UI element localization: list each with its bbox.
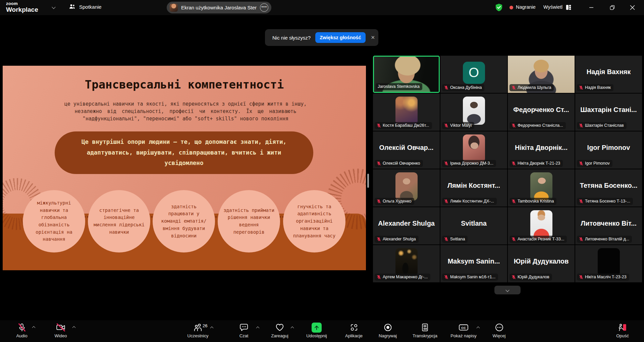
participant-tile[interactable]: Лямін Костянт...Лямін Костянтин ДХ-...: [440, 169, 507, 207]
more-button[interactable]: Więcej: [482, 322, 516, 338]
participant-name-pill: Федорченко Станісла...: [509, 122, 566, 129]
record-icon: [383, 323, 392, 332]
share-screen-label: Udostępnij: [306, 333, 327, 338]
apps-icon: [350, 323, 359, 332]
participant-name: Ірина Дорожко ДМ-3...: [450, 161, 493, 166]
participant-tile[interactable]: Олексій Овчар...Олексій Овчаренко: [373, 131, 440, 169]
participant-avatar: [463, 97, 485, 125]
participant-name: Артем Макаренко Дг-...: [383, 275, 428, 279]
grid-collapse-button[interactable]: [494, 286, 521, 294]
participant-name-pill: Alexander Shulga: [375, 236, 419, 243]
participant-name: Нікіта Масліч Т-23-23: [585, 275, 627, 279]
participant-tile[interactable]: Ольга Худенко: [373, 169, 440, 207]
muted-mic-icon: [512, 275, 516, 279]
muted-mic-icon: [512, 161, 516, 166]
muted-mic-icon: [512, 123, 516, 128]
participant-name: Оксана Дубініна: [450, 85, 482, 90]
record-button[interactable]: Nagrywaj: [371, 322, 405, 338]
panel-resize-handle[interactable]: [367, 174, 369, 188]
banner-close-icon[interactable]: ✕: [371, 35, 375, 41]
participant-tile[interactable]: Нікіта Масліч Т-23-23: [575, 245, 642, 282]
slide-subtitle: це універсальні навички та якості, які п…: [62, 101, 309, 122]
chevron-down-icon[interactable]: [52, 5, 55, 9]
window-close-button[interactable]: [627, 2, 638, 12]
participant-big-name: Юрій Дудукалов: [512, 258, 571, 265]
participant-name: Maksym Sanin м16-т1...: [450, 275, 495, 279]
chevron-up-icon[interactable]: [477, 327, 480, 330]
participant-tile[interactable]: Людмила Шульга: [508, 56, 575, 93]
participant-big-name: Нікіта Дворнік...: [513, 144, 570, 152]
video-label: Wideo: [55, 333, 67, 338]
window-restore-button[interactable]: [606, 2, 618, 12]
participant-big-name: Литовченко Віт...: [579, 220, 639, 227]
chevron-up-icon[interactable]: [72, 326, 76, 330]
participant-tile[interactable]: Анастасія Резник Т-33...: [508, 207, 575, 244]
audio-button[interactable]: Audio: [5, 322, 39, 338]
participant-tile[interactable]: Igor PimonovIgor Pimonov: [575, 131, 642, 169]
participant-tile[interactable]: Литовченко Віт...Литовченко Віталій д...: [575, 207, 642, 244]
participant-tile[interactable]: SvitlanaSvitlana: [440, 207, 507, 244]
participant-name: Костя Барабаш Дм26т...: [383, 123, 429, 128]
zoom-workplace-logo: zoom Workplace: [6, 1, 38, 13]
participant-tile[interactable]: Ірина Дорожко ДМ-3...: [440, 131, 507, 169]
participant-tile[interactable]: OОксана Дубініна: [440, 56, 507, 93]
participant-tile[interactable]: Шахтарін Стані...Шахтарін Станіслав: [575, 94, 642, 131]
leave-button[interactable]: Opuść: [606, 322, 639, 338]
participant-tile[interactable]: Костя Барабаш Дм26т...: [373, 94, 440, 131]
participant-tile[interactable]: Alexander ShulgaAlexander Shulga: [373, 207, 440, 244]
participant-name-pill: Людмила Шульга: [509, 84, 554, 91]
participant-name: Ольга Худенко: [383, 199, 412, 204]
captions-button[interactable]: CC Pokaż napisy: [447, 322, 480, 338]
audio-label: Audio: [16, 333, 27, 338]
muted-mic-icon: [444, 86, 448, 90]
leave-label: Opuść: [616, 333, 629, 338]
participants-button[interactable]: 26 Uczestnicy: [178, 322, 218, 338]
tab-meeting[interactable]: Spotkanie: [69, 4, 102, 10]
participant-name-pill: Maksym Sanin м16-т1...: [442, 274, 498, 281]
slide-subtitle-line: це універсальні навички та якості, які п…: [62, 101, 309, 108]
chevron-up-icon[interactable]: [291, 327, 294, 330]
participant-big-name: Федорченко Ст...: [511, 106, 571, 114]
participant-name-pill: Ірина Дорожко ДМ-3...: [442, 160, 496, 167]
participant-tile[interactable]: Артем Макаренко Дг-...: [373, 245, 440, 282]
video-button[interactable]: Wideo: [44, 322, 77, 338]
participant-tile[interactable]: Нікіта Дворнік...Нікіта Дворнік Т-21-23: [508, 131, 575, 169]
tab-shared-screen-label: Ekran użytkownika Jaroslava Ster: [181, 5, 257, 10]
participant-tile[interactable]: Viktor Malyi: [440, 94, 507, 131]
participant-tile[interactable]: Maksym Sanin...Maksym Sanin м16-т1...: [440, 245, 507, 282]
react-button[interactable]: Zareaguj: [263, 322, 297, 338]
view-layout-icon[interactable]: [566, 4, 572, 10]
chevron-up-icon[interactable]: [32, 326, 36, 330]
transcription-button[interactable]: Transkrypcja: [408, 322, 442, 338]
chevron-up-icon[interactable]: [256, 327, 260, 330]
record-label: Nagrywaj: [379, 333, 397, 338]
participant-name-pill: Igor Pimonov: [577, 160, 612, 167]
muted-mic-icon: [579, 86, 583, 90]
slide-bubble: міжкультурні навички та глобальна обізна…: [23, 190, 85, 252]
participant-name-pill: Артем Макаренко Дг-...: [375, 274, 430, 281]
participant-name-pill: Нікіта Дворнік Т-21-23: [509, 160, 563, 167]
chevron-up-icon[interactable]: [210, 327, 214, 330]
participant-tile[interactable]: Федорченко Ст...Федорченко Станісла...: [508, 94, 575, 131]
security-shield-icon[interactable]: [495, 3, 503, 12]
transcription-label: Transkrypcja: [413, 333, 437, 338]
increase-volume-button[interactable]: Zwiększ głośność: [315, 32, 365, 43]
participant-tile[interactable]: Юрій ДудукаловЮрій Дудукалов: [508, 245, 575, 282]
participant-tile[interactable]: Tambovska Kristina: [508, 169, 575, 207]
view-button-label[interactable]: Wyświetl: [543, 4, 562, 10]
apps-button[interactable]: Aplikacje: [337, 322, 371, 338]
participants-icon: [194, 323, 203, 332]
share-screen-button[interactable]: Udostępnij: [300, 322, 333, 338]
window-minimize-button[interactable]: [586, 2, 597, 12]
mic-muted-icon: [17, 323, 26, 332]
muted-mic-icon: [444, 237, 448, 241]
participant-name: Анастасія Резник Т-33...: [518, 237, 564, 241]
participant-tile[interactable]: Тетяна Босенко...Тетяна Босенко Т-13-...: [575, 169, 642, 207]
participant-tile[interactable]: Надія ВахнякНадія Вахняк: [575, 56, 642, 93]
participant-tile[interactable]: Jaroslava Stemkovska: [373, 56, 440, 93]
participant-big-name: Шахтарін Стані...: [578, 106, 639, 114]
tab-shared-screen[interactable]: Ekran użytkownika Jaroslava Ster •••: [167, 2, 271, 13]
chat-button[interactable]: Czat: [227, 322, 261, 338]
tab-options-ellipsis-icon[interactable]: •••: [260, 3, 268, 12]
participant-name-pill: Tambovska Kristina: [509, 198, 556, 205]
